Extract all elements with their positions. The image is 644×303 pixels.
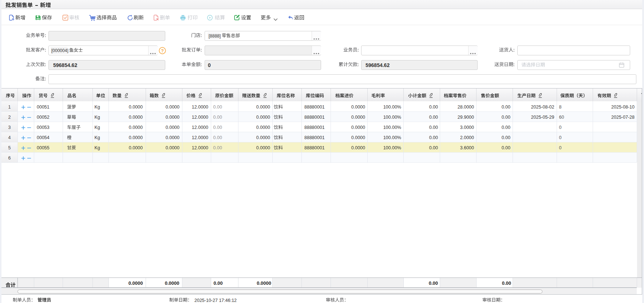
svg-text:?: ? <box>161 48 164 54</box>
